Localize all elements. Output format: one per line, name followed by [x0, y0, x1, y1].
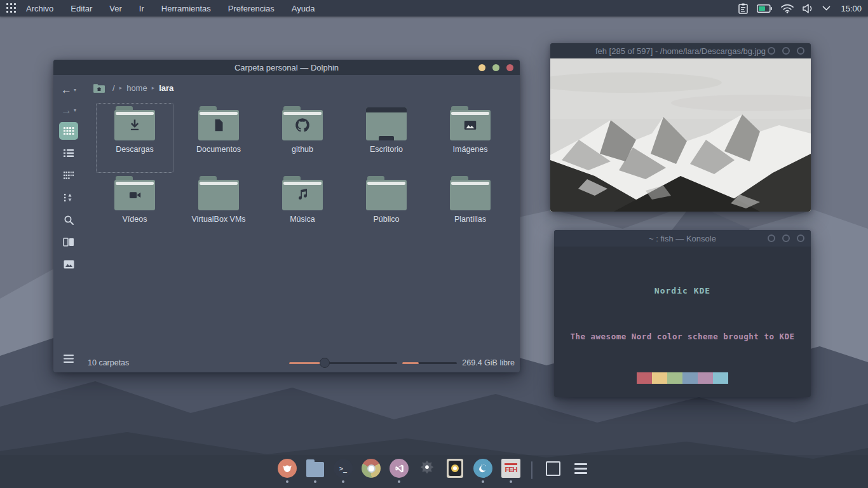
folder-item[interactable]: Vídeos — [96, 173, 173, 243]
dock-item-terminal[interactable]: >_ — [333, 459, 353, 483]
dock-item-show-desktop[interactable] — [543, 459, 563, 483]
folder-icon — [366, 176, 407, 210]
maximize-button[interactable] — [782, 234, 790, 242]
folder-label: Público — [374, 215, 400, 224]
folder-label: Plantillas — [454, 215, 486, 224]
menu-ayuda[interactable]: Ayuda — [292, 4, 315, 13]
dock-item-vscode[interactable] — [389, 459, 409, 483]
compact-view-button[interactable] — [59, 166, 78, 184]
folder-item[interactable]: VirtualBox VMs — [180, 173, 257, 243]
menu-archivo[interactable]: Archivo — [26, 4, 53, 13]
maximize-button[interactable] — [782, 47, 790, 55]
terminal-output[interactable]: Nordic KDE The awesome Nord color scheme… — [554, 247, 811, 397]
folder-icon — [282, 176, 323, 210]
split-view-icon — [63, 238, 74, 247]
clipboard-icon[interactable] — [738, 3, 748, 14]
breadcrumb: / ▸ home ▸ lara — [84, 75, 520, 100]
folder-item[interactable]: github — [264, 103, 341, 173]
dock-item-firefox[interactable] — [277, 459, 297, 483]
list-view-button[interactable] — [59, 144, 78, 162]
folder-item[interactable]: Plantillas — [431, 173, 509, 243]
menu-ir[interactable]: Ir — [139, 4, 144, 13]
dock-item-moon-app[interactable] — [473, 459, 493, 483]
wifi-icon[interactable] — [781, 4, 794, 13]
dock-item-chromium[interactable] — [361, 459, 381, 483]
folders-count: 10 carpetas — [88, 358, 129, 367]
menu-ver[interactable]: Ver — [109, 4, 122, 13]
disk-usage-bar — [402, 362, 457, 364]
close-button[interactable] — [797, 234, 804, 242]
folder-item[interactable]: Música — [264, 173, 341, 243]
back-button[interactable]: ← ▾ — [61, 81, 76, 98]
maximize-button[interactable] — [492, 64, 499, 71]
status-menu-button[interactable] — [59, 349, 78, 367]
dock-item-files[interactable] — [305, 459, 325, 483]
dolphin-titlebar[interactable]: Carpeta personal — Dolphin — [53, 60, 520, 75]
breadcrumb-current[interactable]: lara — [159, 83, 173, 93]
window-buttons — [478, 60, 513, 75]
volume-icon[interactable] — [803, 4, 813, 13]
chevron-down-icon[interactable]: ▾ — [74, 87, 76, 93]
folder-icon — [282, 106, 323, 140]
split-view-button[interactable] — [59, 233, 78, 251]
feh-titlebar[interactable]: feh [285 of 597] - /home/lara/Descargas/… — [550, 43, 811, 58]
palette-swatch — [698, 372, 713, 384]
folder-item[interactable]: Público — [348, 173, 425, 243]
dolphin-statusbar: 10 carpetas 269.4 GiB libre — [84, 353, 520, 372]
gear-icon — [417, 459, 437, 478]
menu-herramientas[interactable]: Herramientas — [161, 4, 211, 13]
color-palette — [554, 372, 811, 384]
app-grid-icon[interactable] — [6, 3, 17, 14]
feh-window: feh [285 of 597] - /home/lara/Descargas/… — [550, 43, 811, 212]
breadcrumb-home[interactable]: home — [126, 83, 147, 93]
palette-swatch — [637, 372, 652, 384]
close-button[interactable] — [797, 47, 804, 55]
home-folder-icon[interactable] — [93, 83, 105, 93]
grid-view-icon — [63, 126, 74, 135]
search-button[interactable] — [59, 211, 78, 229]
chevron-down-icon[interactable]: ▾ — [74, 107, 76, 113]
folder-item[interactable]: Imágenes — [431, 103, 509, 173]
folder-label: Documentos — [196, 145, 241, 154]
folder-item[interactable]: Documentos — [180, 103, 257, 173]
feh-icon: FEH — [501, 459, 520, 478]
music-icon — [282, 187, 323, 203]
dock-item-menu[interactable] — [571, 459, 591, 483]
chevron-down-icon[interactable] — [822, 6, 831, 11]
close-button[interactable] — [506, 64, 513, 71]
minimize-button[interactable] — [768, 47, 775, 55]
breadcrumb-root[interactable]: / — [112, 83, 115, 93]
preview-button[interactable] — [59, 255, 78, 273]
menu-icon — [64, 355, 74, 363]
dolphin-window: Carpeta personal — Dolphin ← ▾ → ▾ — [53, 60, 520, 372]
chromium-icon — [362, 459, 381, 478]
dock-item-feh[interactable]: FEH — [501, 459, 521, 483]
palette-swatch — [652, 372, 667, 384]
dock-item-speaker-app[interactable] — [445, 459, 465, 483]
konsole-titlebar[interactable]: ~ : fish — Konsole — [554, 230, 811, 247]
folder-label: Vídeos — [123, 215, 147, 224]
zoom-slider[interactable] — [289, 358, 397, 368]
minimize-button[interactable] — [478, 64, 485, 71]
grid-view-button[interactable] — [59, 122, 78, 140]
window-buttons — [768, 43, 804, 58]
window-buttons — [768, 230, 804, 247]
battery-icon[interactable] — [757, 4, 772, 13]
folder-item[interactable]: Descargas — [96, 103, 173, 173]
konsole-window: ~ : fish — Konsole Nordic KDE The awesom… — [554, 230, 811, 397]
folder-icon — [450, 106, 491, 140]
zoom-slider-handle[interactable] — [320, 358, 330, 368]
dock: >_ FEH — [0, 455, 868, 488]
folder-item[interactable]: Escritorio — [348, 103, 425, 173]
sort-button[interactable] — [59, 189, 78, 207]
forward-button[interactable]: → ▾ — [61, 102, 76, 118]
system-tray: 15:00 — [738, 3, 868, 14]
arrow-left-icon: ← — [61, 85, 72, 95]
menu-editar[interactable]: Editar — [71, 4, 92, 13]
menu-preferencias[interactable]: Preferencias — [228, 4, 275, 13]
moon-app-icon — [473, 459, 492, 478]
image-icon — [450, 117, 491, 133]
show-desktop-icon — [543, 459, 562, 478]
minimize-button[interactable] — [768, 234, 775, 242]
dock-item-settings[interactable] — [417, 459, 437, 483]
